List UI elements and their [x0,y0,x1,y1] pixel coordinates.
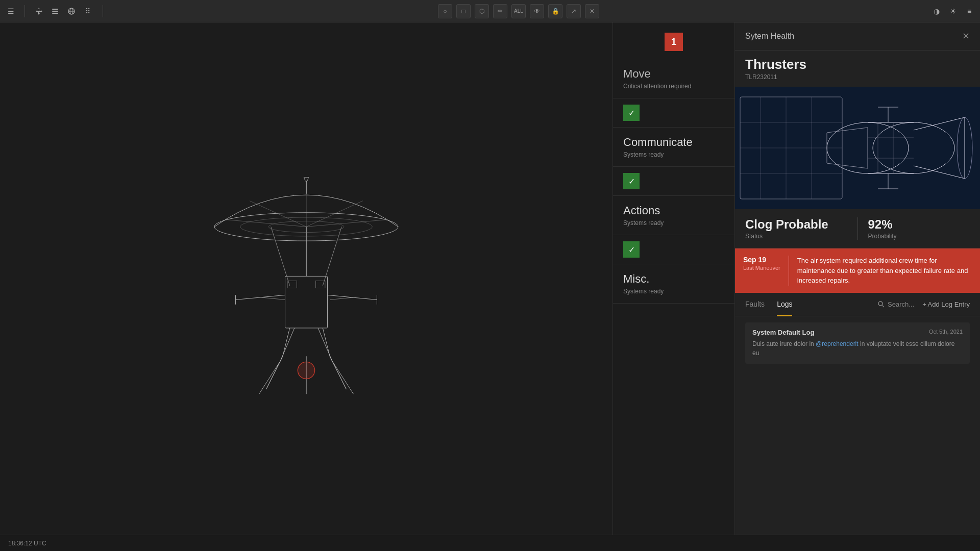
close-panel-button[interactable]: ✕ [962,31,970,42]
status-check-communicate[interactable]: ✓ [613,98,734,128]
status-item-actions[interactable]: Actions Systems ready [613,196,734,235]
svg-line-22 [259,361,281,394]
delete-draw-tool[interactable]: ✕ [585,4,599,18]
log-entry-header: System Default Log Oct 5th, 2021 [752,329,963,336]
svg-point-53 [878,302,883,306]
toolbar-divider-1 [24,5,25,17]
status-item-misc-title: Misc. [623,272,724,286]
svg-line-11 [271,227,290,285]
svg-rect-28 [315,281,325,288]
rect-draw-tool[interactable]: □ [456,4,471,18]
status-item-actions-sub: Systems ready [623,219,724,227]
lock-draw-tool[interactable]: 🔒 [548,4,562,18]
pencil-draw-tool[interactable]: ✏ [493,4,507,18]
status-item-misc[interactable]: Misc. Systems ready [613,264,734,304]
svg-rect-2 [52,13,58,14]
svg-rect-9 [285,276,327,328]
circle-draw-tool[interactable]: ○ [438,4,452,18]
alert-sub: Last Maneuver [743,265,780,271]
toolbar-right: ◑ ☀ ≡ [932,7,974,16]
log-entry-mention[interactable]: @reprehenderit [816,340,859,347]
status-item-communicate[interactable]: Communicate Systems ready [613,128,734,167]
toolbar-left: ☰ ⠿ [6,5,92,17]
log-list: System Default Log Oct 5th, 2021 Duis au… [735,316,980,535]
svg-line-30 [330,297,353,300]
system-image [735,87,980,209]
clock-time: 18:36:12 UTC [8,540,46,547]
alert-text: The air system required additional crew … [797,256,972,286]
panel-title: Sytem Health [745,32,794,41]
svg-rect-1 [52,11,58,12]
alert-count-badge: 1 [665,33,683,51]
system-name: Thrusters [735,51,980,73]
log-entry-date: Oct 5th, 2021 [929,329,963,336]
contrast-icon[interactable]: ◑ [932,7,941,16]
poly-draw-tool[interactable]: ⬡ [475,4,489,18]
status-item-move[interactable]: Move Critical attention required [613,59,734,98]
tabs-row: Faults Logs Search... + Add Log Entry [735,293,980,316]
tab-logs[interactable]: Logs [777,293,792,316]
svg-rect-27 [287,281,297,288]
check-icon-2: ✓ [623,173,640,189]
status-item-communicate-sub: Systems ready [623,151,724,158]
status-check-actions[interactable]: ✓ [613,167,734,196]
svg-rect-0 [52,9,58,10]
export-draw-tool[interactable]: ↗ [567,4,581,18]
list-settings-icon[interactable]: ≡ [965,7,974,16]
status-key: Status [745,233,847,240]
menu-icon[interactable]: ☰ [6,7,15,16]
log-entry-text: Duis aute irure dolor in @reprehenderit … [752,339,963,358]
alert-divider [789,256,789,286]
add-log-button[interactable]: + Add Log Entry [922,300,970,308]
probability-value: 92% [868,217,970,232]
move-icon[interactable] [34,7,43,16]
toolbar: ☰ ⠿ ○ □ ⬡ ✏ ALL 👁 [0,0,980,22]
layers-icon[interactable] [51,7,60,16]
toolbar-divider-2 [103,5,103,17]
tab-faults[interactable]: Faults [745,293,765,316]
all-draw-tool[interactable]: ALL [511,4,526,18]
probability-metric: 92% Probability [858,217,970,240]
svg-line-17 [283,328,290,356]
system-health-panel: Sytem Health ✕ Thrusters TLR232011 [735,22,980,535]
apps-icon[interactable]: ⠿ [83,7,92,16]
svg-line-54 [883,306,885,308]
log-search[interactable]: Search... [877,300,914,308]
svg-line-24 [332,361,354,394]
log-entry[interactable]: System Default Log Oct 5th, 2021 Duis au… [745,322,970,364]
svg-line-18 [323,328,330,356]
brightness-icon[interactable]: ☀ [948,7,958,16]
map-panel [0,22,612,535]
status-item-move-title: Move [623,67,724,81]
status-item-communicate-title: Communicate [623,136,724,149]
log-entry-title: System Default Log [752,329,814,336]
svg-line-29 [261,297,285,300]
system-id: TLR232011 [735,73,980,87]
status-item-move-sub: Critical attention required [623,83,724,90]
svg-line-19 [280,328,295,361]
main-content: 1 Move Critical attention required ✓ Com… [0,22,980,535]
spacecraft-visualization [179,126,434,432]
svg-line-20 [318,328,332,361]
status-item-actions-title: Actions [623,204,724,217]
alert-banner: Sep 19 Last Maneuver The air system requ… [735,248,980,293]
check-icon-3: ✓ [623,241,640,258]
check-icon-1: ✓ [623,105,640,121]
tabs-actions: Search... + Add Log Entry [877,300,970,308]
status-header: 1 [613,22,734,59]
status-value: Clog Probable [745,217,847,232]
status-bar: 18:36:12 UTC [0,535,980,551]
status-list-panel: 1 Move Critical attention required ✓ Com… [612,22,735,535]
status-metric: Clog Probable Status [745,217,858,240]
svg-line-12 [323,227,341,285]
status-check-misc[interactable]: ✓ [613,235,734,264]
alert-date-block: Sep 19 Last Maneuver [743,256,780,286]
globe-icon[interactable] [67,7,76,16]
panel-header: Sytem Health ✕ [735,22,980,51]
alert-date: Sep 19 [743,256,780,264]
svg-marker-8 [304,178,308,181]
status-item-misc-sub: Systems ready [623,288,724,295]
eye-draw-tool[interactable]: 👁 [530,4,544,18]
svg-point-26 [298,362,314,379]
probability-key: Probability [868,233,970,240]
